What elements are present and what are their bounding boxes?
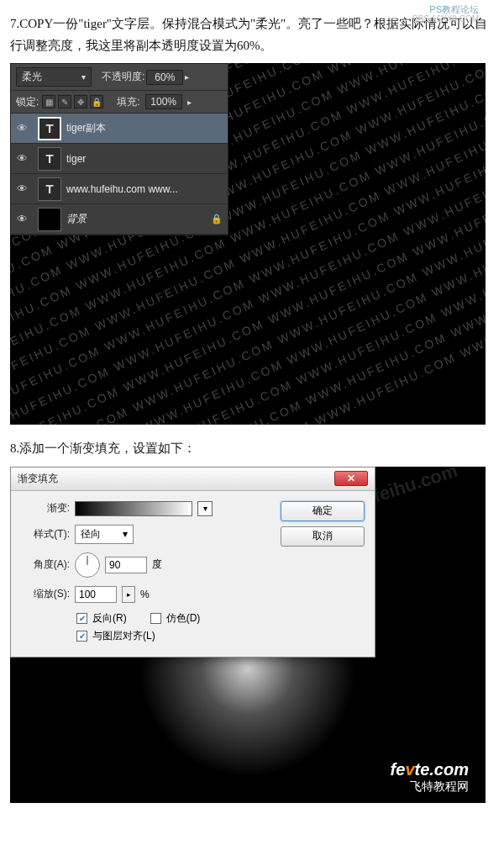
layer-name[interactable]: 背景 xyxy=(66,212,211,226)
lock-label: 锁定: xyxy=(16,95,39,109)
close-icon: ✕ xyxy=(347,473,355,484)
layer-item-background[interactable]: 👁 背景 🔒 xyxy=(11,204,228,235)
reverse-label: 反向(R) xyxy=(92,611,127,626)
layer-item-url-text[interactable]: 👁 T www.hufeihu.com www... xyxy=(11,174,228,204)
scale-input[interactable]: 100 xyxy=(75,586,117,603)
text-layer-thumb-icon[interactable]: T xyxy=(38,177,61,201)
canvas-preview-1: WWW.HUFEIHU.COM WWW.HUFEIHU.COM WWW.HUFE… xyxy=(10,63,486,425)
lock-all-icon[interactable]: 🔒 xyxy=(90,95,103,108)
blend-mode-value: 柔光 xyxy=(22,70,42,84)
layer-name[interactable]: tiger副本 xyxy=(66,121,228,135)
chevron-down-icon: ▾ xyxy=(81,72,86,82)
footer-logo: fevte.com 飞特教程网 xyxy=(391,760,469,795)
lock-icon: 🔒 xyxy=(211,214,228,224)
eye-icon[interactable]: 👁 xyxy=(17,152,28,165)
instruction-step-8: 8.添加一个渐变填充，设置如下： xyxy=(10,438,494,460)
angle-wheel[interactable] xyxy=(75,552,100,578)
align-checkbox[interactable]: ✔ xyxy=(76,631,87,642)
layer-name[interactable]: www.hufeihu.com www... xyxy=(66,183,228,195)
style-dropdown[interactable]: 径向 ▾ xyxy=(75,525,134,544)
gradient-label: 渐变: xyxy=(21,501,70,515)
reverse-checkbox[interactable]: ✔ xyxy=(76,613,87,624)
text-layer-thumb-icon[interactable]: T xyxy=(38,117,61,140)
opacity-input[interactable]: 60% xyxy=(146,70,183,85)
text-layer-thumb-icon[interactable]: T xyxy=(38,147,61,171)
chevron-down-icon: ▾ xyxy=(123,528,128,540)
ok-button[interactable]: 确定 xyxy=(281,501,365,521)
chevron-down-icon: ▾ xyxy=(203,504,207,513)
footer-logo-sub: 飞特教程网 xyxy=(391,779,469,795)
lock-icons-group: ▦ ✎ ✥ 🔒 xyxy=(42,95,103,108)
style-value: 径向 xyxy=(81,527,101,541)
layer-item-tiger-copy[interactable]: 👁 T tiger副本 xyxy=(11,114,228,144)
dialog-titlebar[interactable]: 渐变填充 ✕ xyxy=(11,467,375,491)
style-label: 样式(T): xyxy=(21,527,70,541)
align-label: 与图层对齐(L) xyxy=(92,629,155,643)
lock-pixels-icon[interactable]: ✎ xyxy=(58,95,71,108)
footer-logo-main: fevte.com xyxy=(391,760,469,779)
lock-transparent-icon[interactable]: ▦ xyxy=(42,95,55,108)
forum-sub: BBS.16XX8.COM xyxy=(412,14,479,24)
eye-icon[interactable]: 👁 xyxy=(17,213,28,225)
layer-list: 👁 T tiger副本 👁 T tiger 👁 T www.hufeihu.co… xyxy=(11,114,228,235)
gradient-dropdown-button[interactable]: ▾ xyxy=(197,501,213,516)
dialog-body: 渐变: ▾ 样式(T): 径向 ▾ 角度(A): xyxy=(11,491,375,657)
fill-input[interactable]: 100% xyxy=(145,94,182,109)
angle-input[interactable]: 90 xyxy=(105,557,147,573)
scale-unit: % xyxy=(140,589,150,600)
lock-position-icon[interactable]: ✥ xyxy=(74,95,87,108)
layers-panel: 柔光 ▾ 不透明度: 60% ▸ 锁定: ▦ ✎ ✥ 🔒 填充: 100% ▸ xyxy=(10,63,228,235)
layers-panel-lock-row: 锁定: ▦ ✎ ✥ 🔒 填充: 100% ▸ xyxy=(11,91,228,114)
gradient-swatch[interactable] xyxy=(75,501,192,516)
close-button[interactable]: ✕ xyxy=(334,471,368,486)
layer-name[interactable]: tiger xyxy=(66,153,228,165)
chevron-right-icon[interactable]: ▸ xyxy=(185,72,189,82)
angle-label: 角度(A): xyxy=(21,557,70,572)
gradient-fill-dialog: 渐变填充 ✕ 渐变: ▾ 样式(T): xyxy=(10,467,375,658)
opacity-label: 不透明度: xyxy=(102,70,144,84)
dialog-title: 渐变填充 xyxy=(18,472,334,486)
layers-panel-top-row: 柔光 ▾ 不透明度: 60% ▸ xyxy=(11,64,228,91)
scale-label: 缩放(S): xyxy=(21,587,70,601)
fill-label: 填充: xyxy=(117,95,139,109)
dither-checkbox[interactable] xyxy=(150,613,161,624)
scale-stepper[interactable]: ▸ xyxy=(122,586,135,603)
angle-unit: 度 xyxy=(152,557,162,572)
canvas-preview-2: www.hufeihu.com 渐变填充 ✕ 渐变: ▾ xyxy=(10,467,486,803)
blend-mode-dropdown[interactable]: 柔光 ▾ xyxy=(16,67,92,87)
eye-icon[interactable]: 👁 xyxy=(17,182,28,195)
chevron-right-icon[interactable]: ▸ xyxy=(187,98,192,107)
eye-icon[interactable]: 👁 xyxy=(17,122,28,135)
cancel-button[interactable]: 取消 xyxy=(281,526,365,547)
dither-label: 仿色(D) xyxy=(166,611,201,626)
bg-layer-thumb[interactable] xyxy=(38,208,61,231)
layer-item-tiger[interactable]: 👁 T tiger xyxy=(11,144,228,174)
